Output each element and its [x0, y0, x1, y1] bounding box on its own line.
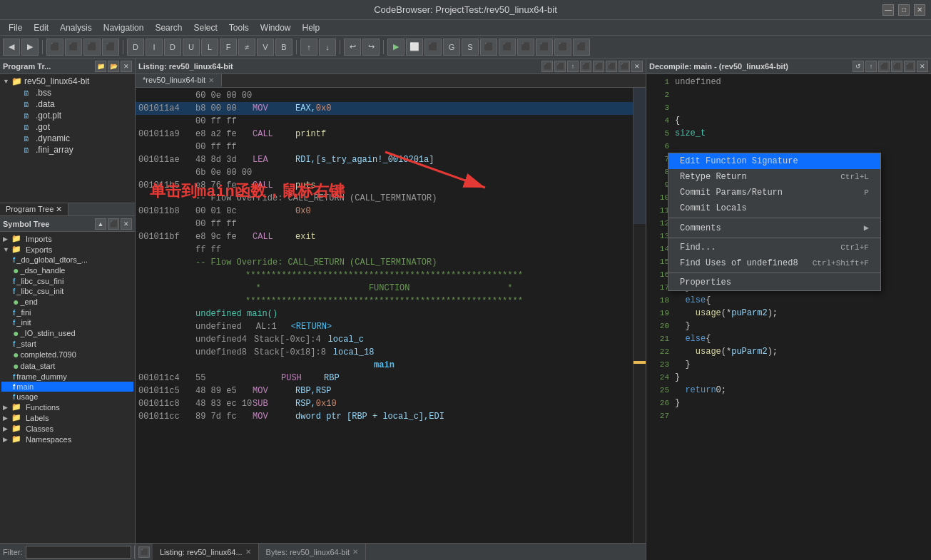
sym-dso-handle[interactable]: ● _dso_handle	[1, 265, 133, 276]
code-line-4[interactable]: 001011a9 e8 a2 fe CALL printf	[136, 128, 633, 141]
sym-start[interactable]: f _start	[1, 339, 133, 349]
tree-got[interactable]: 🗎 .got	[1, 121, 133, 133]
ctx-find[interactable]: Find... Ctrl+F	[668, 240, 880, 255]
bottom-tab-bytes[interactable]: Bytes: rev50_linux64-bit ✕	[259, 544, 366, 560]
tool2-btn2[interactable]: S	[462, 39, 479, 56]
lst-icon4[interactable]: ⬛	[580, 61, 591, 72]
code-line-8[interactable]: 001011b5 e8 76 fe CALL puts	[136, 179, 633, 192]
lst-icon5[interactable]: ⬛	[593, 61, 604, 72]
menu-item-search[interactable]: Search	[149, 21, 188, 34]
menu-item-file[interactable]: File	[3, 21, 28, 34]
menu-item-edit[interactable]: Edit	[28, 21, 54, 34]
sym-do-global[interactable]: f _do_global_dtors_...	[1, 255, 133, 265]
minimap[interactable]	[633, 88, 646, 543]
sym-io-stdin[interactable]: ● _IO_stdin_used	[1, 327, 133, 339]
st-close[interactable]: ✕	[121, 218, 132, 230]
code-line-21[interactable]: 001011c4 55 PUSH RBP	[136, 372, 633, 385]
tree-data[interactable]: 🗎 .data	[1, 98, 133, 110]
tab-program-tree[interactable]: Program Tree ✕	[0, 203, 68, 215]
sym-init[interactable]: f _init	[1, 317, 133, 327]
sym-end[interactable]: ● _end	[1, 296, 133, 307]
tool-btn1[interactable]: D	[127, 39, 144, 56]
bottom-icon1[interactable]: ⬛	[138, 546, 150, 558]
step-btn[interactable]: ⬛	[424, 39, 442, 56]
code-line-22[interactable]: 001011c5 48 89 e5 MOV RBP,RSP	[136, 385, 633, 397]
tool-btn9[interactable]: B	[275, 39, 292, 56]
pt-close[interactable]: ✕	[121, 61, 132, 72]
tool-btn5[interactable]: L	[201, 39, 218, 56]
pt-icon2[interactable]: 📂	[108, 61, 119, 72]
menu-item-tools[interactable]: Tools	[223, 21, 255, 34]
tree-fini[interactable]: 🗎 .fini_array	[1, 144, 133, 156]
tool2-btn5[interactable]: ⬛	[517, 39, 534, 56]
tool-btn7[interactable]: ≠	[238, 39, 255, 56]
sym-labels[interactable]: ▶ 📁 Labels	[1, 412, 133, 423]
tool-btn8[interactable]: V	[257, 39, 274, 56]
code-line-12[interactable]: 001011bf e8 9c fe CALL exit	[136, 230, 633, 243]
dc-icon5[interactable]: ⬛	[904, 61, 915, 72]
code-line-2[interactable]: 001011a4 b8 00 00 MOV EAX,0x0	[136, 102, 633, 115]
ctx-retype-return[interactable]: Retype Return Ctrl+L	[668, 169, 880, 185]
redo-btn[interactable]: ↪	[362, 39, 380, 56]
tool-btn4[interactable]: U	[183, 39, 200, 56]
tool2-btn4[interactable]: ⬛	[499, 39, 516, 56]
st-icon1[interactable]: ▲	[95, 218, 106, 230]
tree-got-plt[interactable]: 🗎 .got.plt	[1, 110, 133, 121]
dc-icon4[interactable]: ⬛	[891, 61, 902, 72]
tool2-btn3[interactable]: ⬛	[480, 39, 497, 56]
menu-item-window[interactable]: Window	[255, 21, 297, 34]
sym-libc-csu-init[interactable]: f _libc_csu_init	[1, 286, 133, 296]
code-line-24[interactable]: 001011cc 89 7d fc MOV dword ptr [RBP + l…	[136, 410, 633, 423]
sym-main[interactable]: f main	[1, 382, 133, 392]
ctx-properties[interactable]: Properties	[668, 275, 880, 290]
decompile-content[interactable]: 1 undefined 2 3 4 { 5 size_t 6 7 i	[646, 74, 931, 560]
listing-tab-close[interactable]: ✕	[208, 76, 214, 84]
tool2-btn8[interactable]: ⬛	[573, 39, 590, 56]
dc-close[interactable]: ✕	[917, 61, 928, 72]
bottom-tab-bytes-close[interactable]: ✕	[352, 548, 358, 556]
listing-content[interactable]: 单击到main函数，鼠标右键 60 0e 00 00	[136, 88, 633, 543]
tree-dynamic[interactable]: 🗎 .dynamic	[1, 133, 133, 144]
forward-btn[interactable]: ▶	[21, 39, 39, 56]
sym-exports[interactable]: ▼ 📁 Exports	[1, 244, 133, 255]
sym-libc-csu-fini[interactable]: f _libc_csu_fini	[1, 276, 133, 286]
tool2-btn1[interactable]: G	[443, 39, 460, 56]
menu-item-navigation[interactable]: Navigation	[98, 21, 150, 34]
nav-btn1[interactable]: ⬛	[46, 39, 63, 56]
minimize-btn[interactable]: —	[882, 4, 894, 16]
sym-fini[interactable]: f _fini	[1, 307, 133, 317]
code-line-6[interactable]: 001011ae 48 8d 3d LEA RDI,[s_try_again!_…	[136, 153, 633, 166]
tree-bss[interactable]: 🗎 .bss	[1, 87, 133, 98]
bottom-tab-listing[interactable]: Listing: rev50_linux64... ✕	[153, 544, 259, 560]
tool-btn6[interactable]: F	[220, 39, 237, 56]
sym-classes[interactable]: ▶ 📁 Classes	[1, 423, 133, 434]
sym-imports[interactable]: ▶ 📁 Imports	[1, 233, 133, 244]
dc-icon2[interactable]: ↑	[865, 61, 877, 72]
ctx-find-uses[interactable]: Find Uses of undefined8 Ctrl+Shift+F	[668, 255, 880, 271]
ctx-comments[interactable]: Comments ▶	[668, 220, 880, 236]
sym-usage[interactable]: f usage	[1, 392, 133, 402]
pt-icon1[interactable]: 📁	[95, 61, 106, 72]
st-icon2[interactable]: ⬛	[108, 218, 119, 230]
listing-tab-main[interactable]: *rev50_linux64-bit ✕	[136, 74, 222, 87]
ctx-commit-locals[interactable]: Commit Locals	[668, 200, 880, 216]
undo-btn[interactable]: ↩	[344, 39, 361, 56]
debug-btn[interactable]: ⬜	[406, 39, 423, 56]
tool2-btn6[interactable]: ⬛	[536, 39, 553, 56]
code-line-23[interactable]: 001011c8 48 83 ec 10 SUB RSP,0x10	[136, 397, 633, 410]
tool2-btn7[interactable]: ⬛	[554, 39, 571, 56]
sym-namespaces[interactable]: ▶ 📁 Namespaces	[1, 434, 133, 444]
bottom-tab-listing-close[interactable]: ✕	[245, 548, 251, 556]
sym-completed[interactable]: ● completed.7090	[1, 349, 133, 360]
tool-btn2[interactable]: I	[146, 39, 163, 56]
menu-item-select[interactable]: Select	[188, 21, 223, 34]
ctx-commit-params[interactable]: Commit Params/Return P	[668, 185, 880, 200]
export-btn2[interactable]: ↓	[319, 39, 336, 56]
lst-icon2[interactable]: ⬛	[554, 61, 566, 72]
lst-icon7[interactable]: ⬛	[619, 61, 630, 72]
nav-btn3[interactable]: ⬛	[83, 39, 101, 56]
lst-icon6[interactable]: ⬛	[606, 61, 617, 72]
menu-item-help[interactable]: Help	[297, 21, 326, 34]
sym-frame-dummy[interactable]: f frame_dummy	[1, 372, 133, 382]
ctx-edit-func-sig[interactable]: Edit Function Signature	[668, 153, 880, 169]
